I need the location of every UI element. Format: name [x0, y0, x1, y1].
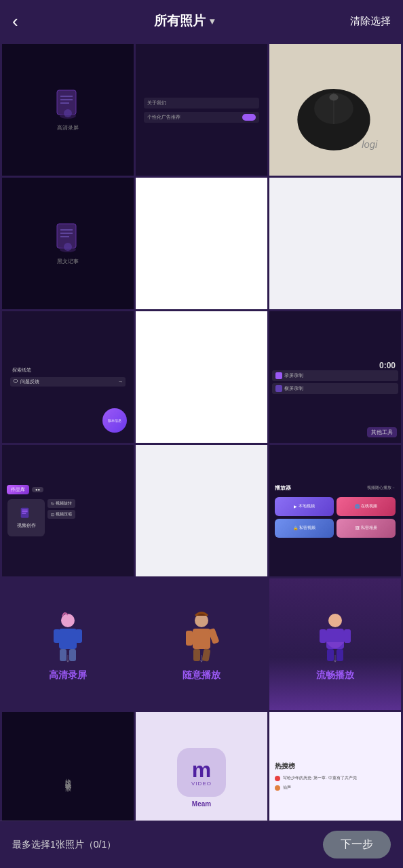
grid-item[interactable]: 播放器 视频随心播放－ ▶ 本地视频 🌐 在线视频 🔒 私密视频 🖼 [269, 445, 401, 576]
pill-group: ●● [32, 487, 43, 492]
photo-icon: 🖼 [356, 526, 360, 530]
meam-subtitle: VIDEO [191, 781, 212, 787]
screen-capture-btn: 录屏录制 [272, 370, 398, 381]
grid-item[interactable]: 高清录屏 ↓ [2, 578, 134, 710]
settings-personalized-text: 个性化广告推荐 [147, 114, 180, 121]
page-title: 所有照片 [154, 12, 206, 30]
thumbnail: 高清录屏 ↓ [2, 578, 134, 710]
thumbnail: 作品库 ●● 视频创作 ↻ 视频旋转 [2, 445, 134, 576]
video-create-label: 视频创作 [17, 522, 36, 529]
grid-item[interactable]: 作品库 ●● 视频创作 ↻ 视频旋转 [2, 445, 134, 576]
item-label-2: 黑文记事 [57, 258, 79, 265]
thumbnail: logi [269, 44, 401, 176]
thumbnail [136, 311, 267, 443]
version-badge: 版本信息 [102, 408, 127, 433]
online-video-label: 在线视频 [361, 503, 377, 509]
thumbnail [269, 178, 401, 309]
svg-point-16 [64, 243, 72, 251]
screen-icon [275, 372, 282, 379]
grid-item[interactable]: 关于我们 个性化广告推荐 [136, 44, 267, 176]
svg-rect-26 [186, 631, 193, 646]
thumbnail: 高清录屏 [2, 44, 134, 176]
char1-label: 高清录屏 [49, 669, 87, 682]
scroll-text: 格式流畅播放 [64, 774, 73, 782]
timer-display: 0:00 [272, 361, 398, 370]
grid-item[interactable]: 随意播放 ↓ [136, 578, 267, 710]
grid-item[interactable]: logi [269, 44, 401, 176]
grid-item[interactable] [136, 445, 267, 576]
local-video-btn: ▶ 本地视频 [275, 497, 334, 516]
next-button[interactable]: 下一步 [323, 831, 391, 859]
private-photo-label: 私密相册 [361, 525, 377, 531]
meam-brand-label: Meam [192, 800, 211, 808]
feed-item-1: 写给少年的历史: 第一章· 中童有了共产党 [275, 775, 396, 781]
thumbnail: 播放器 视频随心播放－ ▶ 本地视频 🌐 在线视频 🔒 私密视频 🖼 [269, 445, 401, 576]
pencil-icon [20, 507, 33, 520]
char2-label: 随意播放 [183, 669, 220, 682]
thumbnail: 黑文记事 [2, 178, 134, 309]
video-compress-label: 视频压缩 [56, 511, 72, 517]
online-icon: 🌐 [355, 504, 360, 509]
screen-split-btn: 横屏录制 [272, 383, 398, 394]
player-title: 播放器 [275, 484, 291, 492]
svg-rect-25 [193, 629, 210, 649]
thumbnail: 随意播放 ↓ [136, 578, 267, 710]
grid-item[interactable] [269, 178, 401, 309]
thumbnail: 流畅播放 ↓ [269, 578, 401, 710]
grid-item[interactable]: 流畅播放 ↓ [269, 578, 401, 710]
document-icon [54, 89, 81, 121]
bottom-bar: 最多选择1张照片（0/1） 下一步 [0, 821, 403, 868]
other-tools-btn: 其他工具 [367, 427, 397, 437]
grid-item[interactable] [136, 311, 267, 443]
thumbnail [136, 178, 267, 309]
pill-1: ●● [32, 487, 43, 492]
tool-video-icon: 视频创作 [7, 499, 45, 536]
version-label: 版本信息 [108, 418, 121, 422]
private-icon: 🔒 [293, 526, 298, 530]
item-label: 高清录屏 [57, 124, 79, 132]
svg-rect-32 [320, 629, 326, 643]
thumbnail: 0:00 录屏录制 横屏录制 其他工具 [269, 311, 401, 443]
random-play-label: 视频随心播放－ [367, 485, 396, 491]
svg-point-30 [328, 614, 342, 627]
screen-split-label: 横屏录制 [284, 385, 303, 392]
screen-capture-label: 录屏录制 [284, 372, 303, 379]
char3-label: 流畅播放 [316, 669, 354, 682]
feed-item-2: 仙声 [275, 785, 396, 791]
dropdown-chevron-icon: ▾ [210, 16, 214, 26]
clear-selection-button[interactable]: 清除选择 [350, 15, 391, 28]
grid-item[interactable]: 0:00 录屏录制 横屏录制 其他工具 [269, 311, 401, 443]
feedback-row: 🗨 问题反馈 → [10, 377, 126, 387]
feed-text-1: 写给少年的历史: 第一章· 中童有了共产党 [283, 775, 357, 781]
app-title-text: 探索纸笔 [10, 366, 126, 375]
toggle-icon [242, 114, 256, 121]
back-button[interactable]: ‹ [12, 11, 18, 32]
meam-logo: m VIDEO [177, 748, 226, 797]
grid-item[interactable] [136, 178, 267, 309]
works-badge: 作品库 [7, 485, 29, 494]
svg-rect-19 [59, 629, 77, 649]
header-title-area[interactable]: 所有照片 ▾ [154, 12, 214, 30]
grid-item[interactable]: 探索纸笔 🗨 问题反馈 → 版本信息 [2, 311, 134, 443]
meam-letter-m: m [192, 759, 211, 781]
grid-item[interactable]: 黑文记事 [2, 178, 134, 309]
mouse-image: logi [289, 64, 401, 176]
hot-feed-title: 热搜榜 [275, 762, 295, 771]
meam-logo-container: m VIDEO Meam [177, 748, 226, 808]
video-convert-btn: ↻ 视频旋转 [47, 499, 75, 508]
feedback-text: 问题反馈 [20, 378, 39, 385]
player-top-bar: 播放器 视频随心播放－ [271, 481, 400, 494]
svg-point-5 [64, 109, 72, 117]
grid-item[interactable]: 高清录屏 [2, 44, 134, 176]
vcreate-top-bar: 作品库 ●● [5, 483, 131, 496]
svg-rect-21 [75, 629, 82, 643]
vcreate-tools-row: 视频创作 ↻ 视频旋转 ⊡ 视频压缩 [5, 496, 131, 539]
private-video-btn: 🔒 私密视频 [275, 519, 334, 538]
compress-icon: ⊡ [51, 512, 54, 517]
svg-rect-33 [344, 629, 351, 643]
local-video-label: 本地视频 [299, 503, 315, 509]
video-convert-label: 视频旋转 [56, 500, 72, 507]
svg-rect-20 [54, 629, 60, 643]
photo-grid: 高清录屏 关于我们 个性化广告推荐 logi [0, 42, 403, 846]
player-buttons-grid: ▶ 本地视频 🌐 在线视频 🔒 私密视频 🖼 私密相册 [271, 494, 400, 540]
